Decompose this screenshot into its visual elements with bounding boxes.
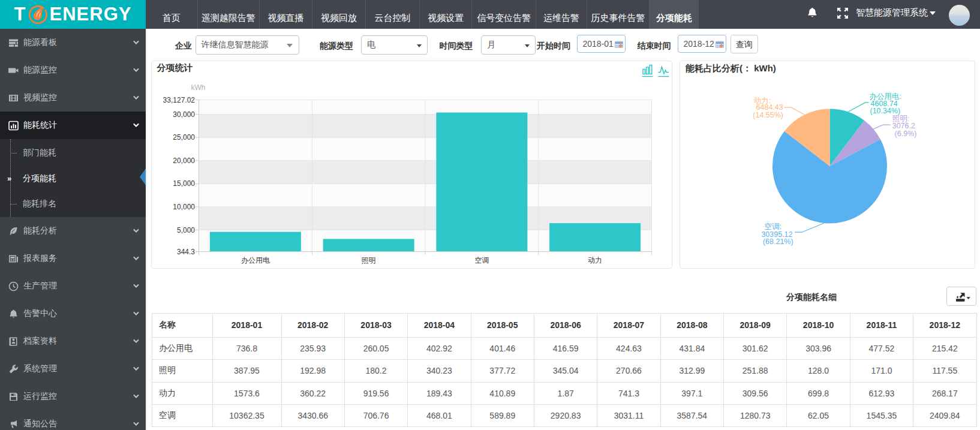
svg-text:办公用电: 办公用电 [241, 256, 269, 264]
svg-text:(68.21%): (68.21%) [763, 237, 793, 246]
svg-text:分项统计: 分项统计 [156, 62, 193, 73]
svg-text:(14.55%): (14.55%) [753, 111, 783, 119]
svg-text:33,127.02: 33,127.02 [163, 95, 195, 104]
svg-text:照明: 照明 [361, 256, 375, 264]
svg-text:15,000: 15,000 [173, 179, 195, 188]
svg-text:5,000: 5,000 [176, 225, 194, 234]
svg-text:30,000: 30,000 [173, 110, 195, 118]
svg-text:(6.9%): (6.9%) [895, 129, 917, 137]
svg-text:10,000: 10,000 [173, 203, 195, 211]
svg-text:空调: 空调 [474, 256, 489, 264]
svg-text:25,000: 25,000 [173, 133, 195, 142]
svg-text:344.3: 344.3 [176, 247, 194, 255]
svg-text:能耗占比分析(： kWh): 能耗占比分析(： kWh) [686, 62, 776, 73]
svg-text:动力: 动力 [588, 256, 602, 264]
svg-text:kWh: kWh [191, 83, 205, 92]
svg-text:20,000: 20,000 [173, 156, 195, 164]
